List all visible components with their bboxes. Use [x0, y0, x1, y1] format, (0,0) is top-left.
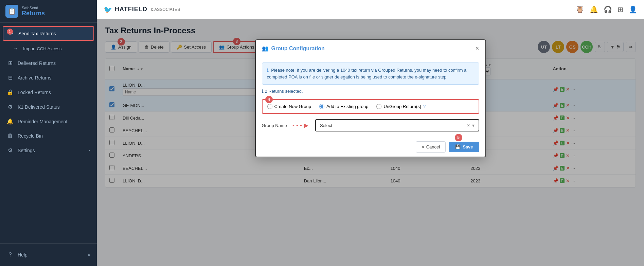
sidebar-item-label-send: Send Tax Returns — [18, 31, 56, 36]
sidebar-item-import-cch[interactable]: → Import CCH Axcess — [0, 41, 97, 56]
headset-icon[interactable]: 🎧 — [604, 5, 612, 14]
sidebar-item-k1-delivered[interactable]: ⚙ K1 Delivered Status — [0, 100, 97, 114]
modal-info-count: ℹ 2 Returns selected. — [262, 89, 479, 94]
cancel-button[interactable]: × Cancel — [416, 141, 446, 153]
modal-title: 👥 Group Configuration — [262, 45, 325, 52]
select-placeholder: Select — [320, 123, 467, 128]
sidebar-item-label-archive: Archive Returns — [18, 75, 52, 81]
step-badge-4: 4 — [265, 96, 273, 103]
sidebar-item-help[interactable]: ? Help « — [0, 248, 97, 262]
collapse-icon: « — [88, 252, 90, 257]
logo-returns: Returns — [22, 10, 45, 17]
settings-icon: ⚙ — [7, 147, 14, 154]
sidebar: 📋 SafeSend Returns 1 ✈ Send Tax Returns … — [0, 0, 97, 266]
ungroup-help-icon: ? — [423, 104, 426, 109]
company-name: HATFIELD — [115, 6, 147, 13]
topbar: 🐦 HATFIELD & ASSOCIATES 🦉 🔔 🎧 ⊞ 👤 — [97, 0, 644, 19]
modal-footer: 5 × Cancel 💾 Save — [256, 137, 485, 157]
reminder-icon: 🔔 — [7, 118, 14, 125]
save-button[interactable]: 💾 Save — [449, 142, 479, 152]
topbar-logo: 🐦 HATFIELD & ASSOCIATES — [104, 5, 180, 14]
step-badge-5: 5 — [455, 134, 462, 141]
sidebar-item-label-k1: K1 Delivered Status — [18, 104, 60, 110]
group-name-label: Group Name — [262, 123, 287, 128]
modal-body: ℹ Please note: If you are delivering a 1… — [256, 57, 485, 137]
locked-icon: 🔒 — [7, 89, 14, 95]
sidebar-item-settings[interactable]: ⚙ Settings › — [0, 143, 97, 158]
k1-icon: ⚙ — [7, 104, 14, 110]
owl-icon[interactable]: 🦉 — [576, 5, 584, 14]
select-dropdown-icon[interactable]: ▾ — [472, 123, 475, 128]
cancel-icon: × — [422, 144, 424, 149]
sidebar-logo: 📋 SafeSend Returns — [0, 0, 97, 23]
sidebar-item-label-import: Import CCH Axcess — [23, 46, 61, 51]
info-count-icon: ℹ — [262, 89, 264, 94]
sidebar-item-delivered-returns[interactable]: ⊞ Delivered Returns — [0, 56, 97, 70]
info-icon: ℹ — [267, 68, 269, 73]
group-config-icon: 👥 — [262, 45, 269, 52]
sidebar-nav: 1 ✈ Send Tax Returns → Import CCH Axcess… — [0, 23, 97, 243]
company-subtitle: & ASSOCIATES — [151, 7, 180, 12]
sidebar-item-label-delivered: Delivered Returns — [18, 60, 56, 66]
step-badge-1: 1 — [7, 29, 13, 35]
sidebar-item-label-locked: Locked Returns — [18, 90, 51, 95]
sidebar-item-label-reminder: Reminder Management — [18, 119, 67, 124]
topbar-logo-icon: 🐦 — [104, 5, 112, 14]
logo-text: SafeSend Returns — [22, 6, 45, 17]
help-icon: ? — [7, 252, 14, 258]
recycle-icon: 🗑 — [7, 133, 14, 139]
select-actions: × ▾ — [467, 123, 474, 128]
bell-icon[interactable]: 🔔 — [590, 5, 598, 14]
user-profile-icon[interactable]: 👤 — [629, 5, 637, 14]
save-icon: 💾 — [455, 144, 461, 149]
radio-group: Create New Group Add to Existing group U… — [262, 99, 479, 114]
group-config-modal: 👥 Group Configuration × ℹ Please note: I… — [255, 39, 486, 157]
sidebar-item-reminder[interactable]: 🔔 Reminder Management — [0, 114, 97, 129]
logo-icon: 📋 — [5, 5, 18, 18]
sidebar-bottom: ? Help « — [0, 243, 97, 266]
dashed-arrow: - - - ▶ — [292, 122, 308, 129]
group-name-row: Group Name - - - ▶ Select × ▾ — [262, 119, 479, 131]
sidebar-item-send-tax-returns[interactable]: 1 ✈ Send Tax Returns — [3, 26, 94, 41]
group-name-select[interactable]: Select × ▾ — [315, 119, 479, 131]
radio-add-existing-input[interactable] — [319, 104, 324, 109]
radio-add-existing[interactable]: Add to Existing group — [319, 104, 369, 109]
radio-create-new[interactable]: Create New Group — [267, 104, 311, 109]
sidebar-item-recycle-bin[interactable]: 🗑 Recycle Bin — [0, 129, 97, 143]
archive-icon: ⊟ — [7, 74, 14, 81]
sidebar-item-archive-returns[interactable]: ⊟ Archive Returns — [0, 70, 97, 85]
settings-chevron-icon: › — [89, 148, 90, 153]
radio-ungroup-input[interactable] — [376, 104, 381, 109]
modal-header: 👥 Group Configuration × — [256, 40, 485, 57]
topbar-right: 🦉 🔔 🎧 ⊞ 👤 — [576, 5, 637, 14]
import-cch-icon: → — [12, 46, 19, 52]
radio-ungroup[interactable]: UnGroup Return(s) ? — [376, 104, 426, 109]
content-area: Tax Returns In-Process 2 👤 Assign 🗑 Dele… — [97, 19, 644, 266]
modal-close-button[interactable]: × — [476, 45, 479, 52]
radio-group-wrapper: 4 Create New Group Add to Existing group — [262, 99, 479, 114]
modal-overlay: 👥 Group Configuration × ℹ Please note: I… — [97, 19, 644, 266]
sidebar-item-label-help: Help — [18, 252, 28, 258]
sidebar-item-label-settings: Settings — [18, 148, 35, 153]
grid-icon[interactable]: ⊞ — [618, 5, 623, 14]
select-clear-icon[interactable]: × — [467, 123, 470, 128]
radio-create-new-input[interactable] — [267, 104, 272, 109]
sidebar-item-locked-returns[interactable]: 🔒 Locked Returns — [0, 85, 97, 100]
delivered-icon: ⊞ — [7, 60, 14, 66]
main-content: 🐦 HATFIELD & ASSOCIATES 🦉 🔔 🎧 ⊞ 👤 Tax Re… — [97, 0, 644, 266]
modal-info-box: ℹ Please note: If you are delivering a 1… — [262, 63, 479, 85]
sidebar-item-label-recycle: Recycle Bin — [18, 133, 43, 139]
logo-safe: SafeSend — [22, 6, 45, 10]
